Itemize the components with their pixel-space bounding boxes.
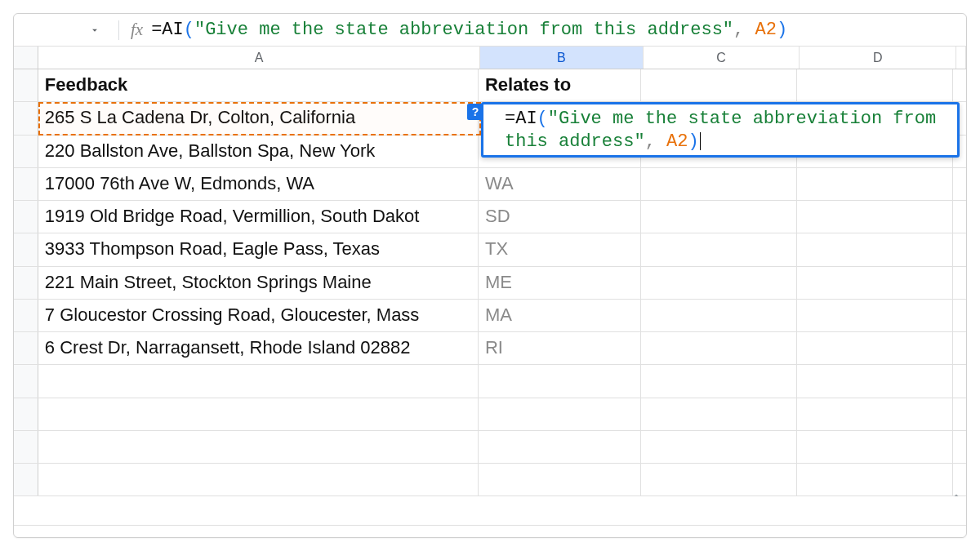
cell[interactable] — [38, 398, 479, 431]
token-comma: , — [645, 131, 656, 152]
token-fn: AI — [515, 109, 537, 129]
cell-C1[interactable] — [641, 69, 797, 101]
token-close: ) — [688, 131, 698, 152]
cell-B6[interactable]: TX — [479, 233, 641, 265]
cell-edge — [953, 69, 966, 101]
column-header-B[interactable]: B — [480, 47, 644, 69]
token-eq: = — [505, 109, 515, 129]
column-header-C[interactable]: C — [644, 47, 800, 69]
cell-A4[interactable]: 17000 76th Ave W, Edmonds, WA — [38, 168, 479, 200]
row-6: 3933 Thompson Road, Eagle Pass, Texas TX — [14, 233, 966, 266]
cell-A2[interactable]: 265 S La Cadena Dr, Colton, California — [38, 102, 479, 134]
cell-edge — [953, 233, 966, 265]
cell[interactable] — [641, 398, 797, 431]
cell-A3[interactable]: 220 Ballston Ave, Ballston Spa, New York — [38, 136, 479, 167]
cell-D7[interactable] — [797, 267, 953, 299]
row-number[interactable] — [14, 201, 38, 233]
cell[interactable] — [797, 464, 953, 496]
cell-A6[interactable]: 3933 Thompson Road, Eagle Pass, Texas — [38, 233, 479, 265]
cell-B7[interactable]: ME — [479, 267, 641, 299]
divider — [118, 20, 119, 40]
cell[interactable] — [479, 365, 641, 398]
cell[interactable] — [641, 431, 797, 464]
row-number[interactable] — [14, 365, 38, 397]
row-number[interactable] — [14, 233, 38, 265]
cell-B1[interactable]: Relates to — [479, 69, 641, 101]
cell-D5[interactable] — [797, 201, 953, 233]
cell-edge — [953, 365, 966, 398]
formula-input[interactable]: =AI("Give me the state abbreviation from… — [151, 20, 960, 40]
cell-D1[interactable] — [797, 69, 953, 101]
token-open: ( — [537, 109, 548, 129]
row-number[interactable] — [14, 332, 38, 364]
column-header-A[interactable]: A — [38, 47, 480, 69]
cell-D9[interactable] — [797, 332, 953, 364]
cell-C6[interactable] — [641, 233, 797, 265]
column-header-edge — [956, 47, 966, 69]
cell-edge — [953, 168, 966, 200]
cell-A7[interactable]: 221 Main Street, Stockton Springs Maine — [38, 267, 479, 299]
formula-help-icon[interactable]: ? — [467, 104, 483, 120]
cell-B9[interactable]: RI — [479, 332, 641, 364]
row-8: 7 Gloucestor Crossing Road, Gloucester, … — [14, 300, 966, 332]
row-number[interactable] — [14, 464, 38, 495]
cell[interactable] — [479, 398, 641, 431]
namebox-dropdown-icon[interactable] — [87, 23, 102, 38]
cell[interactable] — [479, 464, 641, 496]
cell[interactable] — [38, 464, 479, 496]
row-blank — [14, 398, 966, 431]
cell-D8[interactable] — [797, 300, 953, 331]
row-1: Feedback Relates to — [14, 69, 966, 102]
cell-edge — [953, 332, 966, 364]
cell[interactable] — [797, 431, 953, 464]
row-5: 1919 Old Bridge Road, Vermillion, South … — [14, 201, 966, 233]
cell-A8[interactable]: 7 Gloucestor Crossing Road, Gloucester, … — [38, 300, 479, 331]
cell-D6[interactable] — [797, 233, 953, 265]
spreadsheet-frame: fx =AI("Give me the state abbreviation f… — [13, 13, 967, 538]
bottom-border — [14, 525, 966, 526]
column-headers: A B C D — [14, 47, 966, 69]
cell-C7[interactable] — [641, 267, 797, 299]
cell[interactable] — [479, 431, 641, 464]
cell-C5[interactable] — [641, 201, 797, 233]
row-number[interactable] — [14, 267, 38, 299]
row-number[interactable] — [14, 102, 38, 134]
row-number[interactable] — [14, 136, 38, 167]
cell-B8[interactable]: MA — [479, 300, 641, 331]
text-caret — [700, 132, 701, 150]
cell[interactable] — [38, 431, 479, 464]
cell[interactable] — [641, 464, 797, 496]
cell-D4[interactable] — [797, 168, 953, 200]
cell-B5[interactable]: SD — [479, 201, 641, 233]
token-string: "Give me the state abbreviation from thi… — [194, 20, 733, 40]
cell[interactable] — [797, 398, 953, 431]
cell-A9[interactable]: 6 Crest Dr, Narragansett, Rhode Island 0… — [38, 332, 479, 364]
row-blank — [14, 431, 966, 464]
cell[interactable] — [641, 365, 797, 398]
cell-edge — [953, 267, 966, 299]
token-ref: A2 — [744, 20, 777, 40]
row-number[interactable] — [14, 168, 38, 200]
column-header-D[interactable]: D — [800, 47, 956, 69]
cell[interactable] — [797, 365, 953, 398]
select-all-corner[interactable] — [14, 47, 38, 69]
token-open: ( — [184, 20, 194, 40]
token-comma: , — [733, 20, 744, 40]
token-close: ) — [777, 20, 787, 40]
active-cell-editor[interactable]: ? =AI("Give me the state abbreviation fr… — [481, 102, 960, 158]
cell-A5[interactable]: 1919 Old Bridge Road, Vermillion, South … — [38, 201, 479, 233]
scroll-up-icon[interactable] — [951, 489, 963, 504]
token-string-line2: this address" — [505, 131, 645, 152]
token-eq: = — [151, 20, 162, 40]
grid: Feedback Relates to 265 S La Cadena Dr, … — [14, 69, 966, 496]
row-number[interactable] — [14, 431, 38, 463]
cell-C4[interactable] — [641, 168, 797, 200]
row-number[interactable] — [14, 300, 38, 331]
row-number[interactable] — [14, 69, 38, 101]
cell-B4[interactable]: WA — [479, 168, 641, 200]
cell-A1[interactable]: Feedback — [38, 69, 479, 101]
row-number[interactable] — [14, 398, 38, 430]
cell-C8[interactable] — [641, 300, 797, 331]
cell[interactable] — [38, 365, 479, 398]
cell-C9[interactable] — [641, 332, 797, 364]
